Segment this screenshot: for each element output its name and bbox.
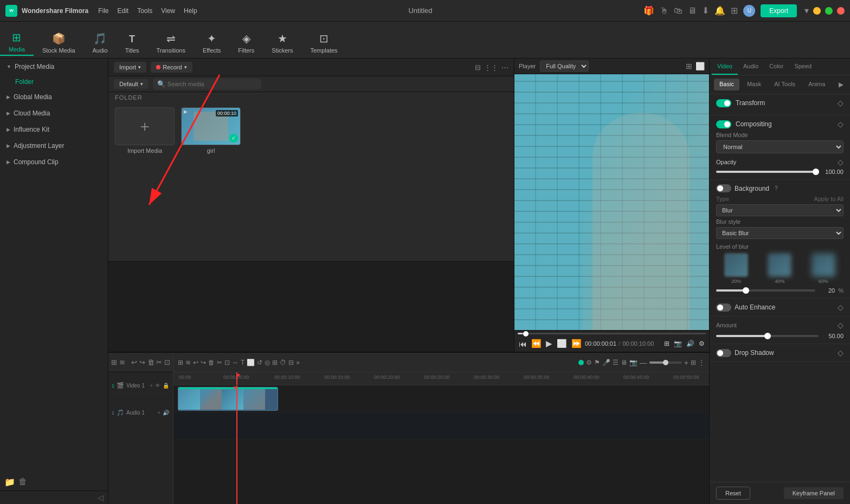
sort-icon[interactable]: ⋮⋮: [484, 63, 498, 72]
transform-keyframe-btn[interactable]: ◇: [838, 99, 843, 107]
tl-tool-15[interactable]: ⊟: [288, 359, 294, 366]
auto-enhance-toggle[interactable]: [716, 303, 731, 312]
close-button[interactable]: [837, 7, 845, 15]
import-thumb[interactable]: ＋: [115, 107, 175, 145]
tl-tool-11[interactable]: ↺: [257, 359, 262, 366]
blur-preview-60[interactable]: 60%: [812, 253, 835, 284]
zoom-slider[interactable]: [649, 361, 682, 364]
default-filter[interactable]: Default ▾: [114, 79, 149, 89]
panel-item-compound-clip[interactable]: ▶ Compound Clip: [0, 154, 108, 170]
panel-item-adjustment-layer[interactable]: ▶ Adjustment Layer: [0, 138, 108, 154]
amount-keyframe-btn[interactable]: ◇: [838, 321, 843, 329]
fullscreen-icon[interactable]: ⬜: [696, 62, 705, 70]
tl-tool-8[interactable]: ↔: [232, 359, 239, 366]
background-toggle[interactable]: [716, 184, 731, 192]
export-button[interactable]: Export: [761, 4, 797, 17]
tab-speed[interactable]: Speed: [789, 59, 817, 75]
quality-select[interactable]: Full Quality: [540, 61, 589, 72]
video-clip[interactable]: [178, 387, 278, 411]
undo-tool[interactable]: ↩: [131, 357, 138, 369]
panel-item-global-media[interactable]: ▶ Global Media: [0, 89, 108, 105]
blur-slider-thumb[interactable]: [743, 287, 749, 294]
snap-toggle[interactable]: [578, 360, 584, 365]
grid-view-icon[interactable]: ⊞: [686, 62, 692, 70]
opacity-keyframe-btn[interactable]: ◇: [838, 158, 843, 166]
notification-icon[interactable]: 🔔: [714, 5, 725, 16]
menu-edit[interactable]: Edit: [117, 7, 128, 15]
compositing-toggle[interactable]: [716, 120, 731, 128]
tl-mic-icon[interactable]: 🎤: [602, 359, 610, 366]
transform-toggle[interactable]: [716, 99, 731, 107]
step-forward-button[interactable]: ⏩: [570, 338, 583, 350]
track-add-icon[interactable]: +: [149, 382, 153, 389]
record-button[interactable]: Record ▾: [151, 62, 192, 73]
maximize-button[interactable]: [825, 7, 833, 15]
redo-tool[interactable]: ↪: [139, 357, 146, 369]
search-box[interactable]: 🔍: [153, 79, 261, 89]
filter-icon[interactable]: ⊟: [475, 63, 481, 72]
drop-shadow-toggle[interactable]: [716, 349, 731, 357]
timeline-ruler[interactable]: ▼ 00:00 00:00:05:00 00:00:10:00 00:00:15…: [173, 372, 709, 385]
subtabs-more-arrow[interactable]: ▶: [836, 79, 846, 91]
menu-help[interactable]: Help: [184, 7, 197, 15]
import-button[interactable]: Import ▾: [114, 62, 146, 73]
new-folder-icon[interactable]: 📁: [4, 477, 15, 487]
select-tool[interactable]: ⊞: [111, 357, 118, 369]
tl-tool-10[interactable]: ⬜: [247, 359, 255, 366]
audio-track-add-icon[interactable]: +: [157, 409, 161, 416]
tl-tool-1[interactable]: ⊞: [178, 359, 183, 366]
tl-camera-icon[interactable]: 📷: [629, 359, 638, 366]
blur-preview-40[interactable]: 40%: [768, 253, 791, 284]
tab-audio[interactable]: Audio: [738, 59, 764, 75]
gift-icon[interactable]: 🎁: [643, 5, 654, 16]
cart-icon[interactable]: 🛍: [674, 6, 682, 16]
menu-file[interactable]: File: [98, 7, 108, 15]
tl-list-icon[interactable]: ☰: [613, 359, 619, 366]
toolbar-effects[interactable]: ✦ Effects: [194, 30, 229, 56]
amount-slider-thumb[interactable]: [764, 333, 771, 339]
blur-amount-slider[interactable]: [716, 289, 815, 292]
cursor-icon[interactable]: 🖱: [660, 6, 668, 16]
panel-item-folder[interactable]: Folder: [0, 75, 108, 89]
track-lock-icon[interactable]: 🔒: [162, 382, 170, 389]
tl-monitor-icon[interactable]: 🖥: [621, 359, 627, 366]
minimize-button[interactable]: [813, 7, 821, 15]
tl-tool-4[interactable]: ↪: [201, 359, 206, 366]
audio-track-volume-icon[interactable]: 🔊: [162, 409, 170, 416]
menu-view[interactable]: View: [161, 7, 175, 15]
blur-type-select[interactable]: Blur: [716, 204, 843, 216]
toolbar-audio[interactable]: 🎵 Audio: [84, 30, 117, 56]
toolbar-titles[interactable]: T Titles: [117, 31, 148, 56]
snapshot-button[interactable]: 📷: [673, 339, 683, 348]
menu-tools[interactable]: Tools: [137, 7, 152, 15]
zoom-out-icon[interactable]: —: [640, 358, 647, 367]
delete-tool[interactable]: 🗑: [147, 357, 154, 369]
reset-button[interactable]: Reset: [716, 487, 750, 500]
toolbar-stock-media[interactable]: 📦 Stock Media: [34, 30, 84, 56]
tl-more-icon[interactable]: ⋮: [698, 359, 705, 366]
player-scrubber[interactable]: [523, 331, 529, 337]
tl-tool-13[interactable]: ⊞: [272, 359, 278, 366]
tab-video[interactable]: Video: [712, 59, 738, 75]
subtab-mask[interactable]: Mask: [742, 79, 767, 91]
collapse-panel[interactable]: ◁: [0, 491, 108, 504]
play-button[interactable]: ▶: [545, 338, 553, 350]
drop-shadow-keyframe-btn[interactable]: ◇: [838, 348, 843, 357]
tl-tool-6[interactable]: ✂: [217, 359, 222, 366]
layout-toggle[interactable]: ⊞: [663, 339, 671, 348]
tl-tool-more[interactable]: »: [296, 359, 300, 366]
blur-style-select[interactable]: Basic Blur: [716, 227, 843, 239]
tl-grid-icon[interactable]: ⊞: [691, 359, 696, 366]
blur-preview-20[interactable]: 20%: [724, 253, 748, 284]
subtab-basic[interactable]: Basic: [714, 79, 739, 91]
opacity-thumb[interactable]: [813, 169, 819, 175]
step-back-button[interactable]: ⏪: [530, 338, 543, 350]
toolbar-transitions[interactable]: ⇌ Transitions: [148, 30, 194, 56]
girl-thumb[interactable]: ▶ 00:00:10 ✓: [181, 107, 241, 145]
amount-slider[interactable]: [716, 335, 819, 337]
zoom-in-icon[interactable]: +: [684, 358, 688, 367]
delete-folder-icon[interactable]: 🗑: [18, 477, 27, 487]
panel-item-cloud-media[interactable]: ▶ Cloud Media: [0, 105, 108, 121]
grid-icon[interactable]: ⊞: [731, 5, 738, 16]
tab-color[interactable]: Color: [764, 59, 789, 75]
